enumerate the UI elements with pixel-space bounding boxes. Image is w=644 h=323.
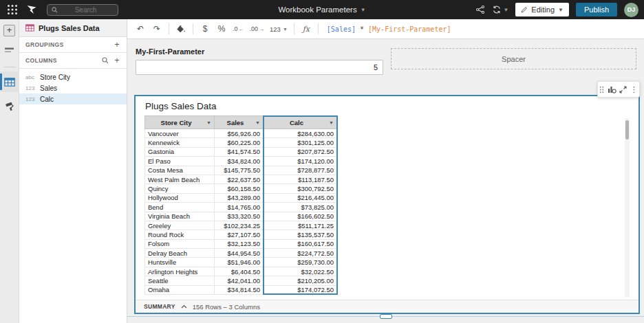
cell-store-city[interactable]: Greeley	[145, 221, 215, 230]
cell-sales[interactable]: $32,123.50	[215, 239, 264, 248]
cell-calc[interactable]: $216,445.00	[264, 193, 337, 202]
cell-sales[interactable]: $51,946.00	[215, 258, 264, 267]
cell-store-city[interactable]: Omaha	[145, 285, 215, 294]
cell-sales[interactable]: $42,041.00	[215, 276, 264, 285]
fill-color-button[interactable]	[173, 21, 189, 36]
cell-calc[interactable]: $284,630.00	[264, 129, 337, 138]
cell-calc[interactable]: $160,617.50	[264, 239, 337, 248]
search-input[interactable]	[58, 6, 114, 14]
maximize-icon[interactable]	[619, 86, 627, 93]
cell-sales[interactable]: $6,404.50	[215, 267, 264, 276]
column-list-item[interactable]: 123Sales	[19, 82, 127, 93]
cell-calc[interactable]: $224,772.50	[264, 249, 337, 258]
cell-sales[interactable]: $33,320.50	[215, 212, 264, 221]
increase-decimal-button[interactable]: .00→	[248, 21, 267, 36]
column-list-item[interactable]: abcStore City	[19, 71, 127, 82]
cell-store-city[interactable]: Quincy	[145, 184, 215, 193]
rail-page-outline[interactable]	[0, 41, 19, 61]
column-header[interactable]: Store City▼	[145, 116, 215, 129]
cell-sales[interactable]: $44,954.50	[215, 249, 264, 258]
cell-sales[interactable]: $41,574.50	[215, 147, 264, 156]
cell-store-city[interactable]: Costa Mesa	[145, 166, 215, 175]
cell-store-city[interactable]: Hollywood	[145, 193, 215, 202]
redo-button[interactable]: ↷	[149, 21, 164, 36]
cell-sales[interactable]: $145,775.50	[215, 166, 264, 175]
spacer-element[interactable]: Spacer	[391, 48, 636, 69]
add-column-button[interactable]: +	[114, 56, 120, 65]
undo-button[interactable]: ↶	[133, 21, 148, 36]
cell-calc[interactable]: $166,602.50	[264, 212, 337, 221]
rail-table-element[interactable]	[0, 71, 19, 92]
cell-sales[interactable]: $43,289.00	[215, 193, 264, 202]
cell-calc[interactable]: $301,125.00	[264, 138, 337, 147]
cell-store-city[interactable]: Delray Beach	[145, 249, 215, 258]
formula-bar[interactable]: [Sales] * [My-First-Parameter]	[323, 25, 638, 33]
sigma-logo[interactable]	[26, 4, 37, 15]
summary-toggle[interactable]: SUMMARY	[144, 303, 175, 310]
resize-handle[interactable]	[380, 314, 392, 319]
kebab-menu-icon[interactable]: ⋮	[630, 86, 638, 93]
cell-store-city[interactable]: Folsom	[145, 239, 215, 248]
cell-store-city[interactable]: Huntsville	[145, 258, 215, 267]
column-header[interactable]: Sales▼	[215, 116, 264, 129]
cell-sales[interactable]: $60,225.00	[215, 138, 264, 147]
parameter-input[interactable]	[136, 60, 383, 75]
editing-mode-button[interactable]: Editing ▼	[515, 3, 569, 16]
table-scrollbar[interactable]	[625, 118, 630, 298]
refresh-menu[interactable]: ▼	[492, 5, 508, 14]
decrease-decimal-button[interactable]: .0←	[230, 21, 246, 36]
cell-sales[interactable]: $102,234.25	[215, 221, 264, 230]
add-element-button[interactable]: +	[3, 25, 15, 36]
cell-calc[interactable]: $113,187.50	[264, 175, 337, 183]
avatar[interactable]: DJ	[624, 3, 638, 17]
number-format-menu[interactable]: 123▼	[268, 21, 290, 36]
cell-sales[interactable]: $14,765.00	[215, 203, 264, 212]
cell-calc[interactable]: $174,072.50	[264, 285, 337, 294]
element-type-icon[interactable]	[608, 85, 616, 93]
cell-store-city[interactable]: Gastonia	[145, 147, 215, 156]
cell-store-city[interactable]: Virginia Beach	[145, 212, 215, 221]
chevron-down-icon[interactable]: ▼	[206, 120, 211, 125]
cell-store-city[interactable]: Vancouver	[145, 129, 215, 138]
source-header[interactable]: Plugs Sales Data	[19, 19, 127, 37]
cell-calc[interactable]: $728,877.50	[264, 166, 337, 175]
chevron-down-icon[interactable]: ▼	[329, 120, 334, 125]
cell-calc[interactable]: $32,022.50	[264, 267, 337, 276]
cell-calc[interactable]: $511,171.25	[264, 221, 337, 230]
publish-button[interactable]: Publish	[576, 3, 617, 16]
cell-sales[interactable]: $60,158.50	[215, 184, 264, 193]
cell-store-city[interactable]: Round Rock	[145, 230, 215, 239]
cell-calc[interactable]: $135,537.50	[264, 230, 337, 239]
cell-sales[interactable]: $22,637.50	[215, 175, 264, 183]
cell-sales[interactable]: $34,824.00	[215, 157, 264, 166]
column-header[interactable]: Calc▼	[264, 116, 337, 129]
cell-store-city[interactable]: Bend	[145, 203, 215, 212]
cell-sales[interactable]: $56,926.00	[215, 129, 264, 138]
rail-format-tool[interactable]	[0, 96, 19, 117]
cell-store-city[interactable]: Seattle	[145, 276, 215, 285]
chevron-up-icon[interactable]	[181, 304, 187, 309]
cell-store-city[interactable]: El Paso	[145, 157, 215, 166]
currency-format-button[interactable]: $	[197, 21, 213, 36]
apps-grid-icon[interactable]	[7, 4, 18, 15]
cell-calc[interactable]: $174,120.00	[264, 157, 337, 166]
chevron-down-icon[interactable]: ▼	[255, 120, 260, 125]
cell-calc[interactable]: $300,792.50	[264, 184, 337, 193]
table-element[interactable]: Plugs Sales Data Store City▼Sales▼Calc▼ …	[134, 95, 640, 314]
cell-calc[interactable]: $73,825.00	[264, 203, 337, 212]
global-search[interactable]	[47, 4, 118, 16]
cell-sales[interactable]: $27,107.50	[215, 230, 264, 239]
cell-store-city[interactable]: West Palm Beach	[145, 175, 215, 183]
scrollbar-thumb[interactable]	[625, 120, 629, 140]
share-icon[interactable]	[475, 5, 485, 14]
column-search-icon[interactable]	[102, 57, 109, 64]
cell-calc[interactable]: $207,872.50	[264, 147, 337, 156]
cell-store-city[interactable]: Arlington Heights	[145, 267, 215, 276]
cell-sales[interactable]: $34,814.50	[215, 285, 264, 294]
cell-calc[interactable]: $210,205.00	[264, 276, 337, 285]
cell-store-city[interactable]: Kennewick	[145, 138, 215, 147]
workbook-title-menu[interactable]: Workbook Parameters ▼	[278, 0, 365, 19]
percent-format-button[interactable]: %	[214, 21, 229, 36]
add-grouping-button[interactable]: +	[114, 40, 120, 49]
cell-calc[interactable]: $259,730.00	[264, 258, 337, 267]
